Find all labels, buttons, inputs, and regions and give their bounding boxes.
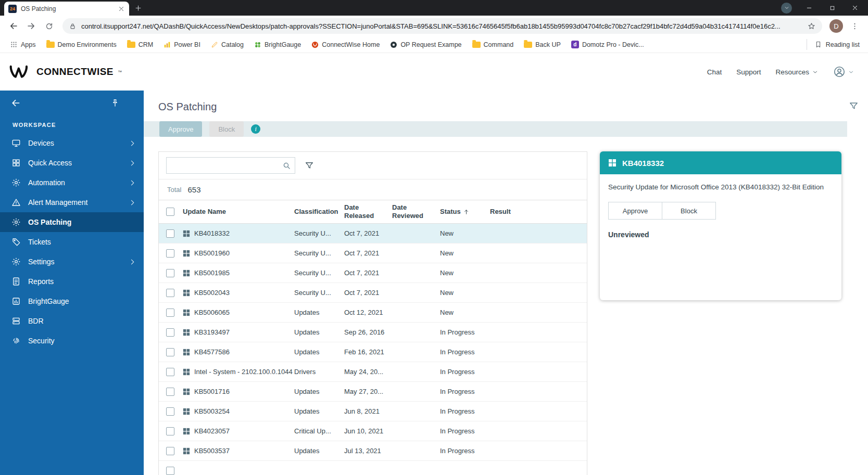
search-box[interactable]	[166, 157, 295, 174]
update-name: KB5006065	[194, 309, 230, 316]
sidebar-item-reports[interactable]: Reports	[0, 272, 144, 291]
reading-list-button[interactable]: Reading list	[807, 39, 862, 50]
row-checkbox[interactable]	[166, 388, 174, 396]
table-row[interactable]: KB4577586 Updates Feb 16, 2021 In Progre…	[159, 342, 587, 362]
table-row[interactable]: KB5003537 Updates Jul 13, 2021 In Progre…	[159, 441, 587, 461]
bookmark-item[interactable]: ConnectWise Home	[308, 40, 383, 50]
row-checkbox[interactable]	[166, 328, 174, 337]
table-row[interactable]: KB3193497 Updates Sep 26, 2016 In Progre…	[159, 323, 587, 342]
detail-block-button[interactable]: Block	[662, 202, 716, 220]
table-row[interactable]: KB4023057 Critical Up... Jun 10, 2021 In…	[159, 421, 587, 441]
nav-link-support[interactable]: Support	[736, 68, 761, 76]
sidebar-item-alert-management[interactable]: Alert Management	[0, 192, 144, 212]
pin-icon[interactable]	[110, 98, 120, 108]
workspace-label: WORKSPACE	[12, 122, 144, 128]
column-status[interactable]: Status	[440, 208, 490, 216]
powerbi-icon	[163, 41, 171, 48]
bookmark-item[interactable]: Command	[469, 40, 518, 50]
url-text[interactable]: control.itsupport247.net/QADashB/QuickAc…	[81, 22, 802, 30]
reload-button[interactable]	[41, 18, 57, 34]
sidebar-item-tickets[interactable]: Tickets	[0, 232, 144, 252]
table-row[interactable]: KB5002043 Security U... Oct 7, 2021 New	[159, 283, 587, 303]
row-checkbox[interactable]	[166, 269, 174, 277]
bookmark-star-icon[interactable]	[807, 22, 816, 31]
tab-search-icon[interactable]	[781, 3, 792, 14]
browser-tab[interactable]: 24 OS Patching	[4, 2, 129, 16]
windows-icon	[183, 368, 190, 376]
sidebar-item-automation[interactable]: Automation	[0, 173, 144, 192]
classification-cell: Updates	[294, 388, 344, 395]
row-checkbox[interactable]	[166, 289, 174, 297]
reports-icon	[11, 277, 21, 286]
bookmark-item[interactable]: Back UP	[520, 40, 564, 50]
pencil-icon	[211, 41, 218, 48]
window-minimize-button[interactable]	[798, 0, 820, 16]
bookmark-item[interactable]: OP Request Exampe	[386, 40, 465, 50]
table-row[interactable]: KB5001960 Security U... Oct 7, 2021 New	[159, 243, 587, 263]
page-filter-icon[interactable]	[849, 101, 859, 111]
update-name: KB4023057	[194, 427, 230, 435]
collapse-sidebar-icon[interactable]	[10, 98, 21, 108]
row-checkbox[interactable]	[166, 309, 174, 317]
bookmark-item[interactable]: d Domotz Pro - Devic...	[568, 39, 648, 50]
total-label: Total	[167, 186, 181, 194]
forward-button[interactable]	[23, 18, 40, 34]
column-date-reviewed[interactable]: Date Reviewed	[392, 203, 440, 220]
bookmark-item[interactable]: Demo Environments	[43, 40, 120, 50]
row-checkbox[interactable]	[166, 427, 174, 435]
bookmark-label: Catalog	[221, 41, 244, 48]
table-row[interactable]: KB4018332 Security U... Oct 7, 2021 New	[159, 224, 587, 243]
approve-button[interactable]: Approve	[159, 121, 202, 137]
table-row[interactable]: Intel - System - 2102.100.0.1044 Drivers…	[159, 362, 587, 382]
url-bar[interactable]: control.itsupport247.net/QADashB/QuickAc…	[62, 18, 822, 34]
row-checkbox[interactable]	[166, 348, 174, 356]
bookmark-item[interactable]: BrightGauge	[250, 40, 305, 50]
column-result[interactable]: Result	[490, 208, 587, 216]
row-checkbox[interactable]	[166, 229, 174, 238]
column-classification[interactable]: Classification	[294, 208, 344, 216]
window-maximize-button[interactable]	[821, 0, 843, 16]
select-all-checkbox[interactable]	[166, 208, 174, 216]
table-row[interactable]: KB5001716 Updates May 27, 20... In Progr…	[159, 382, 587, 402]
bookmark-item[interactable]: CRM	[123, 40, 157, 50]
sidebar-item-quick-access[interactable]: Quick Access	[0, 153, 144, 173]
detail-approve-button[interactable]: Approve	[608, 202, 662, 220]
sidebar-item-settings[interactable]: Settings	[0, 252, 144, 272]
column-update-name[interactable]: Update Name	[183, 208, 294, 216]
table-row[interactable]: KB5006065 Updates Oct 12, 2021 New	[159, 303, 587, 323]
status-cell: In Progress	[440, 447, 490, 455]
window-close-button[interactable]	[844, 0, 866, 16]
apps-shortcut[interactable]: Apps	[6, 39, 40, 50]
row-checkbox[interactable]	[166, 407, 174, 416]
row-checkbox[interactable]	[166, 368, 174, 376]
block-button[interactable]: Block	[209, 121, 244, 137]
table-filter-icon[interactable]	[305, 161, 314, 170]
search-icon[interactable]	[282, 161, 291, 170]
sidebar-item-devices[interactable]: Devices	[0, 133, 144, 153]
nav-link-resources[interactable]: Resources	[775, 68, 819, 76]
table-row[interactable]: KB5001985 Security U... Oct 7, 2021 New	[159, 263, 587, 283]
sidebar-item-os-patching[interactable]: OS Patching	[0, 212, 144, 232]
bookmark-item[interactable]: Power BI	[160, 40, 204, 50]
browser-profile-avatar[interactable]: D	[829, 19, 843, 33]
tab-close-icon[interactable]	[118, 5, 125, 12]
sidebar-item-security[interactable]: Security	[0, 331, 144, 351]
new-tab-button[interactable]	[131, 1, 145, 15]
column-date-released[interactable]: Date Released	[344, 203, 392, 220]
row-checkbox[interactable]	[166, 467, 174, 475]
sidebar-item-brightgauge[interactable]: BrightGauge	[0, 291, 144, 311]
table-row[interactable]	[159, 461, 587, 475]
tab-favicon: 24	[8, 5, 17, 13]
row-checkbox[interactable]	[166, 249, 174, 258]
search-input[interactable]	[170, 162, 279, 170]
table-row[interactable]: KB5003254 Updates Jun 8, 2021 In Progres…	[159, 402, 587, 421]
back-button[interactable]	[5, 18, 22, 34]
date-released-cell: Jul 13, 2021	[344, 447, 392, 455]
user-profile-menu[interactable]	[833, 66, 854, 78]
row-checkbox[interactable]	[166, 447, 174, 455]
sidebar-item-bdr[interactable]: BDR	[0, 311, 144, 331]
bookmark-item[interactable]: Catalog	[207, 40, 247, 50]
info-icon[interactable]	[251, 124, 260, 134]
browser-menu-icon[interactable]	[846, 18, 863, 34]
nav-link-chat[interactable]: Chat	[707, 68, 722, 76]
